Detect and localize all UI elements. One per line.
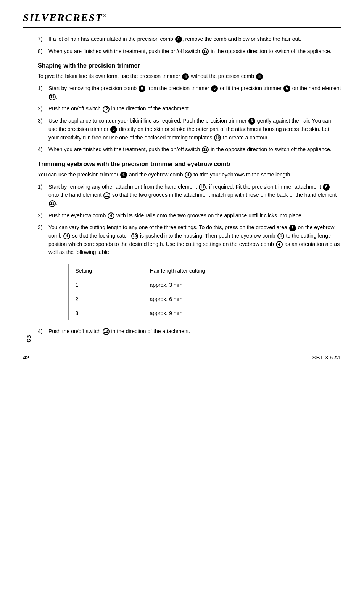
item-number: 1): [38, 183, 45, 208]
item-number: 8): [38, 47, 45, 56]
icon-8: 8: [256, 73, 263, 80]
item-number: 2): [38, 105, 45, 113]
trimming-section: Trimming eyebrows with the precision tri…: [38, 161, 341, 336]
icon-6: 6: [211, 85, 218, 92]
shaping-intro: To give the bikini line its own form, us…: [38, 72, 341, 81]
table-row: 1 approx. 3 mm: [68, 278, 311, 292]
icon-12: 12: [103, 106, 110, 113]
page-header: SilverCrest®: [23, 11, 341, 28]
item-text: If a lot of hair has accumulated in the …: [48, 35, 341, 44]
item-text: When you are finished with the treatment…: [48, 146, 341, 154]
list-item: 3) You can vary the cutting length to an…: [38, 223, 341, 257]
table-header-setting: Setting: [68, 264, 143, 278]
list-item: 7) If a lot of hair has accumulated in t…: [38, 35, 341, 44]
item-text: Use the appliance to contour your bikini…: [48, 117, 341, 142]
icon-6: 6: [283, 85, 290, 92]
item-number: 1): [38, 84, 45, 101]
item-text: Start by removing any other attachment f…: [48, 183, 341, 208]
item-text: Start by removing the precision comb 8 f…: [48, 84, 341, 101]
table-cell-length: approx. 6 mm: [143, 292, 311, 306]
shaping-title: Shaping with the precision trimmer: [38, 62, 341, 69]
table-row: 3 approx. 9 mm: [68, 306, 311, 320]
model-number: SBT 3.6 A1: [312, 354, 341, 361]
brand-name: SilverCrest: [23, 11, 103, 23]
item-number: 7): [38, 35, 45, 44]
item-text: Push the eyebrow comb 4 with its side ra…: [48, 212, 341, 220]
list-item: 3) Use the appliance to contour your bik…: [38, 117, 341, 142]
icon-6: 6: [248, 118, 255, 125]
table-header-hair-length: Hair length after cutting: [143, 264, 311, 278]
icon-11: 11: [103, 192, 110, 199]
intro-section: 7) If a lot of hair has accumulated in t…: [38, 35, 341, 55]
table-cell-setting: 3: [68, 306, 143, 320]
icon-11: 11: [49, 200, 56, 207]
table-cell-length: approx. 9 mm: [143, 306, 311, 320]
page-content: GB 7) If a lot of hair has accumulated i…: [23, 35, 341, 343]
item-text: You can vary the cutting length to any o…: [48, 223, 341, 257]
table-cell-setting: 2: [68, 292, 143, 306]
item-number: 3): [38, 117, 45, 142]
list-item: 8) When you are finished with the treatm…: [38, 47, 341, 56]
item-number: 4): [38, 327, 45, 336]
language-label: GB: [23, 35, 35, 343]
table-row: 2 approx. 6 mm: [68, 292, 311, 306]
main-content: 7) If a lot of hair has accumulated in t…: [38, 35, 341, 343]
icon-4: 4: [277, 233, 284, 239]
list-item: 4) When you are finished with the treatm…: [38, 146, 341, 154]
icon-4: 4: [108, 212, 114, 219]
list-item: 2) Push the on/off switch 12 in the dire…: [38, 105, 341, 113]
item-number: 2): [38, 212, 45, 220]
list-item: 1) Start by removing any other attachmen…: [38, 183, 341, 208]
icon-5: 5: [289, 225, 296, 231]
icon-4: 4: [185, 172, 192, 178]
brand-logo: SilverCrest®: [23, 11, 107, 23]
icon-19: 19: [214, 134, 221, 141]
icon-12: 12: [202, 48, 209, 55]
item-number: 3): [38, 223, 45, 257]
icon-11: 11: [199, 184, 206, 191]
table-cell-setting: 1: [68, 278, 143, 292]
list-item: 2) Push the eyebrow comb 4 with its side…: [38, 212, 341, 220]
icon-6: 6: [120, 172, 127, 178]
icon-11: 11: [49, 94, 56, 100]
icon-4: 4: [63, 233, 70, 239]
item-text: Push the on/off switch 12 in the directi…: [48, 327, 341, 336]
icon-6: 6: [323, 184, 330, 191]
icon-8: 8: [139, 85, 145, 92]
icon-4: 4: [276, 241, 283, 248]
list-item: 4) Push the on/off switch 12 in the dire…: [38, 327, 341, 336]
icon-12: 12: [103, 328, 110, 335]
item-text: When you are finished with the treatment…: [48, 47, 341, 56]
settings-table: Setting Hair length after cutting 1 appr…: [68, 264, 311, 320]
icon-10: 10: [131, 233, 138, 239]
icon-6: 6: [110, 126, 117, 133]
item-text: Push the on/off switch 12 in the directi…: [48, 105, 341, 113]
page-footer: 42 SBT 3.6 A1: [23, 354, 341, 361]
table-header-row: Setting Hair length after cutting: [68, 264, 311, 278]
icon-8: 8: [175, 36, 182, 43]
list-item: 1) Start by removing the precision comb …: [38, 84, 341, 101]
page-number: 42: [23, 354, 29, 361]
table-cell-length: approx. 3 mm: [143, 278, 311, 292]
icon-12: 12: [202, 146, 209, 153]
trimming-intro: You can use the precision trimmer 6 and …: [38, 171, 341, 179]
trimming-title: Trimming eyebrows with the precision tri…: [38, 161, 341, 168]
item-number: 4): [38, 146, 45, 154]
icon-6: 6: [182, 73, 189, 80]
brand-registered: ®: [103, 13, 107, 18]
shaping-section: Shaping with the precision trimmer To gi…: [38, 62, 341, 154]
